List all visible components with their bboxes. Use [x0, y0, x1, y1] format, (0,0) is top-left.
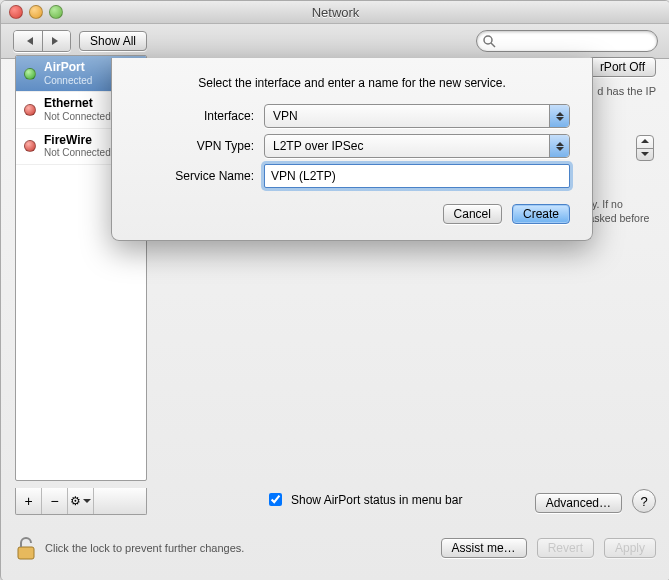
- chevron-down-icon: [641, 152, 649, 156]
- sidebar-item-status: Not Connected: [44, 111, 111, 123]
- traffic-lights: [9, 5, 63, 19]
- svg-rect-2: [18, 547, 34, 559]
- cancel-button[interactable]: Cancel: [443, 204, 502, 224]
- sidebar-item-label: Ethernet: [44, 97, 111, 111]
- gear-icon: ⚙: [70, 494, 81, 508]
- popup-arrows-icon: [549, 105, 569, 127]
- window-title: Network: [312, 5, 360, 20]
- new-service-sheet: Select the interface and enter a name fo…: [111, 58, 593, 241]
- status-dot-icon: [24, 104, 36, 116]
- lock-text: Click the lock to prevent further change…: [45, 542, 244, 554]
- vpntype-popup[interactable]: L2TP over IPSec: [264, 134, 570, 158]
- close-icon[interactable]: [9, 5, 23, 19]
- service-name-row: Service Name:: [134, 164, 570, 188]
- toolbar: Show All: [1, 24, 669, 59]
- sidebar-item-status: Not Connected: [44, 147, 111, 159]
- show-in-menubar-label: Show AirPort status in menu bar: [291, 493, 462, 507]
- interface-row: Interface: VPN: [134, 104, 570, 128]
- chevron-right-icon: [52, 37, 62, 45]
- show-in-menubar-checkbox[interactable]: [269, 493, 282, 506]
- network-prefpane-window: Network Show All AirPort Connected: [0, 0, 669, 580]
- network-name-popup-stepper[interactable]: [636, 135, 654, 161]
- status-text: d has the IP: [597, 85, 656, 97]
- sidebar-footer: + − ⚙: [15, 488, 147, 515]
- status-dot-icon: [24, 140, 36, 152]
- search-field-wrap[interactable]: [476, 30, 658, 52]
- popup-arrows-icon: [549, 135, 569, 157]
- sidebar-item-label: AirPort: [44, 61, 92, 75]
- lock-row: Click the lock to prevent further change…: [15, 535, 244, 561]
- search-icon: [482, 34, 496, 48]
- chevron-left-icon: [23, 37, 33, 45]
- interface-label: Interface:: [134, 109, 254, 123]
- minimize-icon[interactable]: [29, 5, 43, 19]
- forward-button[interactable]: [42, 31, 70, 51]
- vpntype-label: VPN Type:: [134, 139, 254, 153]
- back-button[interactable]: [14, 31, 42, 51]
- svg-line-1: [491, 43, 495, 47]
- turn-airport-off-button[interactable]: rPort Off: [589, 57, 656, 77]
- menubar-row: Show AirPort status in menu bar: [265, 490, 462, 509]
- remove-service-button[interactable]: −: [42, 488, 68, 514]
- create-button[interactable]: Create: [512, 204, 570, 224]
- service-name-input[interactable]: [264, 164, 570, 188]
- help-icon: ?: [640, 494, 647, 509]
- turn-airport-off-wrap: rPort Off: [589, 57, 656, 77]
- show-all-button[interactable]: Show All: [79, 31, 147, 51]
- svg-point-0: [484, 36, 492, 44]
- lock-icon[interactable]: [15, 535, 37, 561]
- vpntype-row: VPN Type: L2TP over IPSec: [134, 134, 570, 158]
- status-dot-icon: [24, 68, 36, 80]
- vpntype-value: L2TP over IPSec: [273, 139, 364, 153]
- zoom-icon[interactable]: [49, 5, 63, 19]
- apply-button[interactable]: Apply: [604, 538, 656, 558]
- interface-value: VPN: [273, 109, 298, 123]
- help-button[interactable]: ?: [632, 489, 656, 513]
- nav-segmented: [13, 30, 71, 52]
- advanced-button[interactable]: Advanced…: [535, 493, 622, 513]
- assist-me-button[interactable]: Assist me…: [441, 538, 527, 558]
- add-service-button[interactable]: +: [16, 488, 42, 514]
- service-name-label: Service Name:: [134, 169, 254, 183]
- sheet-actions: Cancel Create: [134, 204, 570, 224]
- sidebar-item-label: FireWire: [44, 134, 111, 148]
- bottom-bar: Click the lock to prevent further change…: [15, 529, 656, 567]
- sheet-intro: Select the interface and enter a name fo…: [134, 76, 570, 90]
- chevron-up-icon: [641, 139, 649, 143]
- service-actions-button[interactable]: ⚙: [68, 488, 94, 514]
- sidebar-item-status: Connected: [44, 75, 92, 87]
- revert-button[interactable]: Revert: [537, 538, 594, 558]
- search-input[interactable]: [499, 33, 649, 49]
- titlebar: Network: [1, 1, 669, 24]
- interface-popup[interactable]: VPN: [264, 104, 570, 128]
- chevron-down-icon: [83, 499, 91, 503]
